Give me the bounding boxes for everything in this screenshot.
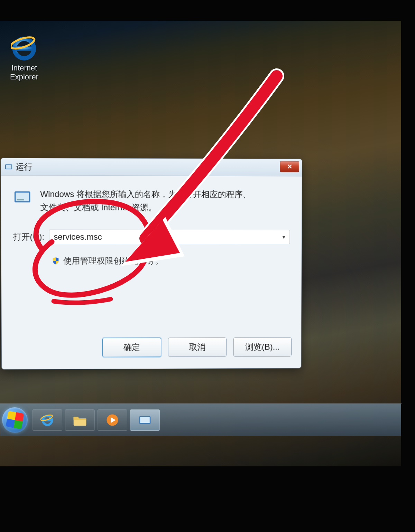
admin-note: 使用管理权限创建此任务。 [63,255,163,266]
monitor-bezel [0,0,415,21]
taskbar-item-run[interactable] [130,409,160,431]
uac-shield-icon [52,257,60,265]
browse-button[interactable]: 浏览(B)... [233,337,292,357]
desktop-shortcut-ie[interactable]: Internet Explorer [3,35,45,82]
cancel-button[interactable]: 取消 [168,338,227,357]
run-dialog: 运行 ✕ Windows 将根据您所输入的名称，为您打开相应的程序、 文件夹、文… [1,158,302,370]
dialog-title: 运行 [16,161,33,172]
cancel-button-label: 取消 [189,342,206,353]
ie-icon [40,412,55,428]
close-button[interactable]: ✕ [280,161,299,172]
browse-button-label: 浏览(B)... [245,341,279,352]
monitor-bezel [401,0,415,532]
run-titlebar-icon [4,162,13,171]
open-label: 打开(O): [13,231,44,242]
open-input-value: services.msc [54,232,102,242]
monitor-bezel [0,466,415,532]
svg-rect-4 [6,165,11,169]
taskbar-item-explorer[interactable] [65,409,95,431]
titlebar[interactable]: 运行 ✕ [1,158,302,177]
svg-rect-14 [140,417,150,422]
taskbar [0,403,402,436]
taskbar-item-media[interactable] [98,409,127,431]
media-player-icon [105,412,120,428]
start-button[interactable] [2,407,28,433]
open-input[interactable]: services.msc ▼ [49,229,290,244]
ie-icon [11,35,38,61]
dialog-description: Windows 将根据您所输入的名称，为您打开相应的程序、 文件夹、文档或 In… [40,188,251,215]
folder-icon [72,412,87,428]
close-icon: ✕ [287,163,292,170]
run-icon [137,412,153,428]
svg-rect-7 [17,199,24,200]
ok-button[interactable]: 确定 [102,338,161,357]
chevron-down-icon[interactable]: ▼ [282,234,286,240]
ok-button-label: 确定 [123,342,140,353]
desktop-shortcut-label: Internet Explorer [3,64,45,82]
run-dialog-icon [13,188,32,207]
taskbar-item-ie[interactable] [33,409,63,431]
